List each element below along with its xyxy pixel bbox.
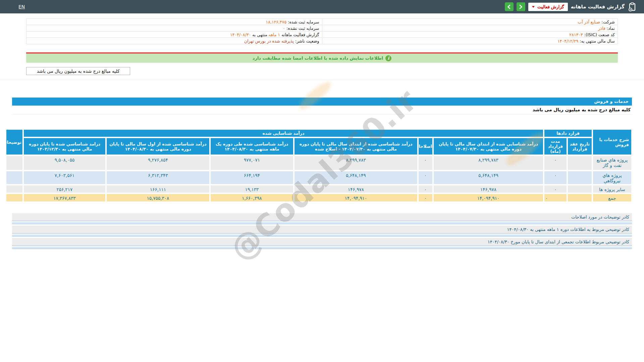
cell-rev-to-0730: ۸,۲۹۹,۷۸۳ xyxy=(433,155,544,171)
col-contract-date-header: تاریخ عقد قرارداد xyxy=(567,137,592,155)
unregistered-capital-cell: سرمایه ثبت نشده: ۰ xyxy=(26,25,322,32)
cell-rev-to-0730-adj: ۱۴۶,۹۷۸ xyxy=(294,185,418,193)
report-type-dropdown[interactable]: گزارش فعالیت xyxy=(528,3,568,11)
isic-value: ۲۸۱۳۰۳ xyxy=(570,32,583,37)
registered-capital-cell: سرمایه ثبت شده: ۱۸,۱۲۶,۴۷۵ xyxy=(26,19,322,25)
signed-info-notice: i اطلاعات نمایش داده شده با اطلاعات امضا… xyxy=(26,54,618,63)
explanation-adjustments: کادر توضیحات در مورد اصلاحات xyxy=(12,213,632,224)
cell-rev-prev-year: ۷,۶۰۳,۵۶۱ xyxy=(23,171,106,185)
page-title: گزارش فعالیت ماهانه xyxy=(571,4,625,10)
company-value: صنایع آذر آب xyxy=(578,19,600,24)
explanation-label: کادر توضیحات در مورد اصلاحات xyxy=(12,213,632,221)
report-period-label: گزارش فعالیت ماهانه xyxy=(281,32,319,37)
cell-rev-month: ۹۷۷,۰۷۱ xyxy=(210,155,294,171)
unregistered-capital-value: ۰ xyxy=(283,26,285,31)
table-row: پروژه هاي صنایع نفت و گاز ۰ ۸,۲۹۹,۷۸۳ ۰ … xyxy=(6,155,632,171)
cell-adjustments: ۰ xyxy=(418,155,433,171)
cell-rev-prev-year: ۱۷,۳۶۷,۸۳۳ xyxy=(23,193,106,202)
company-info-table: شرکت: صنایع آذر آب سرمایه ثبت شده: ۱۸,۱۲… xyxy=(26,18,618,44)
report-period-label2: منتهی به xyxy=(252,32,267,37)
colgroup-contracts-header: قرارد دادها xyxy=(544,129,592,137)
explanation-textbox[interactable] xyxy=(12,233,632,237)
topbar-controls: گزارش فعالیت ماهانه گزارش فعالیت xyxy=(505,2,637,11)
cell-rev-month: ۱۹,۱۳۳ xyxy=(210,185,294,193)
clipboard-report-icon xyxy=(628,2,637,11)
cell-rev-to-0730: ۵,۶۴۸,۱۴۹ xyxy=(433,171,544,185)
cell-rev-to-0730-adj: ۱۴,۰۹۴,۹۱۰ xyxy=(294,193,418,202)
section-divider xyxy=(0,80,644,80)
col-description-header: شرح خدمات یا فروش xyxy=(592,129,632,155)
cell-comments xyxy=(6,171,23,185)
col-adjustments-header: اصلاحات xyxy=(418,137,433,155)
table-row: شرکت: صنایع آذر آب سرمایه ثبت شده: ۱۸,۱۲… xyxy=(26,19,618,25)
report-period-cell: گزارش فعالیت ماهانه ۱ ماهه منتهی به ۱۴۰۴… xyxy=(26,32,322,38)
cell-contract-date xyxy=(567,185,592,193)
cell-rev-prev-year: ۹,۵۰۸,۰۵۵ xyxy=(23,155,106,171)
col-rev-to-0730-adj-header: درآمد شناساسی شده از ابتدای سال مالی تا … xyxy=(294,137,418,155)
issuer-status-label: وضعیت ناشر: xyxy=(295,39,319,44)
cell-rev-ytd: ۹,۲۷۶,۸۵۴ xyxy=(106,155,210,171)
explanation-cumulative: کادر توضیحی مربوط اطلاعات تجمعی از ابتدا… xyxy=(12,238,632,249)
signed-info-text: اطلاعات نمایش داده شده با اطلاعات امضا ش… xyxy=(253,56,383,61)
section-amounts-note: کلیه مبالغ درج شده به میلیون ریال می باش… xyxy=(12,106,632,115)
cell-rev-to-0730: ۱۴,۰۹۴,۹۱۰ xyxy=(433,193,544,202)
issuer-status-cell: وضعیت ناشر: پذیرفته شده در بورس تهران xyxy=(26,38,322,44)
col-rev-prev-year-header: درامد شناساسي شده تا پایان دوره مالي منت… xyxy=(23,137,106,155)
col-rev-ytd-header: درآمد شناساسی شده از اول سال مالی تا پای… xyxy=(106,137,210,155)
company-label: شرکت: xyxy=(601,19,615,24)
table-row: پروژه هاي نيروگاهي ۰ ۵,۶۴۸,۱۴۹ ۰ ۵,۶۴۸,۱… xyxy=(6,171,632,185)
cell-duration: ۰ xyxy=(544,171,567,185)
report-period-date: ۱۴۰۴/۰۸/۳۰ xyxy=(230,32,251,37)
symbol-value: فاذر xyxy=(598,26,605,31)
table-row: سال مالی منتهی به: ۱۴۰۴/۱۲/۲۹ وضعیت ناشر… xyxy=(26,38,618,44)
cell-row-label: پروژه هاي نيروگاهي xyxy=(592,171,632,185)
cell-adjustments: ۰ xyxy=(418,185,433,193)
report-type-dropdown-label: گزارش فعالیت xyxy=(537,4,564,9)
table-row: سایر پروژه ها ۰ ۱۴۶,۹۷۸ ۰ ۱۴۶,۹۷۸ ۱۹,۱۳۳… xyxy=(6,185,632,193)
cell-comments xyxy=(6,155,23,171)
report-period-months: ۱ ماهه xyxy=(269,32,280,37)
cell-contract-date xyxy=(567,155,592,171)
previous-report-button[interactable] xyxy=(505,2,514,11)
table-row: نماد: فاذر سرمایه ثبت نشده: ۰ xyxy=(26,25,618,32)
explanation-textbox[interactable] xyxy=(12,246,632,249)
table-group-header-row: شرح خدمات یا فروش قرارد دادها درآمد شناس… xyxy=(6,129,632,137)
cell-rev-ytd: ۶,۳۱۲,۳۴۳ xyxy=(106,171,210,185)
col-comments-header: توضیحات xyxy=(6,129,23,155)
cell-adjustments: ۰ xyxy=(418,171,433,185)
fiscal-year-label: سال مالی منتهی به: xyxy=(580,39,615,44)
top-bar: گزارش فعالیت ماهانه گزارش فعالیت EN xyxy=(0,0,644,13)
chevron-down-icon xyxy=(532,6,535,8)
colgroup-revenue-header: درآمد شناسایی شده xyxy=(23,129,544,137)
table-row: کد صنعت (ISIC): ۲۸۱۳۰۳ گزارش فعالیت ماها… xyxy=(26,32,618,38)
cell-rev-to-0730: ۱۴۶,۹۷۸ xyxy=(433,185,544,193)
language-switch-en[interactable]: EN xyxy=(18,4,25,9)
cell-comments xyxy=(6,193,23,202)
cell-row-label: سایر پروژه ها xyxy=(592,185,632,193)
company-name-cell: شرکت: صنایع آذر آب xyxy=(322,19,618,25)
col-rev-month-header: درآمد شناساسی شده طی دوره یک ماهه منتهی … xyxy=(210,137,294,155)
cell-rev-month: ۱,۶۶۰,۳۹۸ xyxy=(210,193,294,202)
isic-label: کد صنعت (ISIC): xyxy=(584,32,615,37)
explanation-textbox[interactable] xyxy=(12,221,632,224)
col-rev-to-0730-header: درآمد شناسايي شده از ابتداي سال مالي تا … xyxy=(433,137,544,155)
cell-duration: ۰ xyxy=(544,155,567,171)
info-icon: i xyxy=(385,55,391,61)
cell-contract-date xyxy=(567,193,592,202)
cell-contract-date xyxy=(567,171,592,185)
cell-adjustments: ۰ xyxy=(418,193,433,202)
chevron-left-icon xyxy=(507,5,511,9)
chevron-right-icon xyxy=(519,5,523,9)
cell-duration: ۰ xyxy=(544,193,567,202)
issuer-status-value: پذیرفته شده در بورس تهران xyxy=(244,39,294,44)
next-report-button[interactable] xyxy=(517,2,525,11)
cell-rev-prev-year: ۲۵۶,۲۱۷ xyxy=(23,185,106,193)
cell-rev-to-0730-adj: ۵,۶۴۸,۱۴۹ xyxy=(294,171,418,185)
isic-code-cell: کد صنعت (ISIC): ۲۸۱۳۰۳ xyxy=(322,32,618,38)
cell-duration: ۰ xyxy=(544,185,567,193)
amounts-note-box: کلیه مبالغ درج شده به میلیون ریال می باش… xyxy=(26,67,130,75)
registered-capital-value: ۱۸,۱۲۶,۴۷۵ xyxy=(266,19,287,24)
col-duration-header: مدت قرارداد (ماه) xyxy=(544,137,567,155)
explanations-section: کادر توضیحات در مورد اصلاحات کادر توضیحی… xyxy=(12,213,632,249)
symbol-cell: نماد: فاذر xyxy=(322,25,618,32)
